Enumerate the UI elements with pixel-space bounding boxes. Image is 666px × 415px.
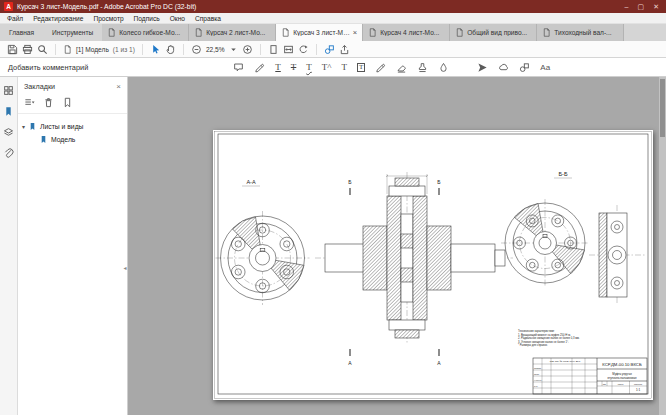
zoom-dropdown-icon[interactable]: [229, 45, 238, 54]
title-bar: A Курсач 3 лист-Модель.pdf - Adobe Acrob…: [0, 0, 666, 13]
save-icon[interactable]: [7, 44, 18, 55]
coupling-section-view: [315, 172, 513, 344]
menu-item-edit[interactable]: Редактирование: [28, 15, 88, 22]
underline-text-icon[interactable]: T: [275, 63, 281, 72]
minimize-button[interactable]: –: [625, 3, 629, 11]
svg-text:2. Радиальное смещение валов н: 2. Радиальное смещение валов не более 0,…: [518, 336, 580, 340]
page-thumbnail-icon[interactable]: [63, 45, 72, 54]
squiggly-text-icon[interactable]: T: [306, 63, 312, 72]
comment-bar-title: Добавить комментарий: [8, 63, 88, 72]
tree-expand-icon[interactable]: ▾: [22, 123, 25, 130]
cut-a-label: А: [348, 360, 352, 366]
shapes-icon[interactable]: [519, 62, 530, 73]
insert-text-icon[interactable]: T^: [322, 63, 332, 72]
rotate-view-icon[interactable]: [298, 44, 309, 55]
highlight-icon[interactable]: [254, 62, 265, 73]
bookmark-child-item[interactable]: Модель: [22, 133, 123, 146]
pdf-page[interactable]: А-А: [213, 130, 653, 400]
tab-bar: Главная Инструменты Колесо гибкое-Мо... …: [0, 24, 666, 41]
page-icon: [455, 28, 464, 37]
part-name-line2: втулочно-пальчиковая: [607, 376, 637, 380]
part-name-line1: Муфта упругая: [612, 372, 632, 376]
menu-item-help[interactable]: Справка: [190, 15, 226, 22]
text-style-button[interactable]: Aa: [540, 63, 550, 72]
left-flange-view: [216, 211, 310, 305]
select-tool-icon[interactable]: [150, 44, 161, 55]
title-block: Изм. Лист № докум. Подп. Дата Разраб. Пр…: [533, 358, 647, 394]
search-icon[interactable]: [37, 44, 48, 55]
new-bookmark-icon[interactable]: [62, 97, 73, 108]
document-area[interactable]: А-А: [128, 77, 666, 415]
page-icon: [194, 28, 203, 37]
bookmark-child-label: Модель: [51, 136, 75, 143]
technical-notes: Технические характеристики: 1. Вращающий…: [518, 329, 580, 347]
doc-tab-3-active[interactable]: Курсач 3 лист-Мо... ×: [276, 24, 363, 41]
main-area: Закладки × ▾ Листы и виды Модель ◄: [0, 77, 666, 415]
scrollbar-thumb[interactable]: [660, 79, 665, 137]
doc-tab-label: Курсач 2 лист-Мо...: [206, 29, 270, 36]
zoom-in-icon[interactable]: [242, 44, 253, 55]
delete-bookmark-icon[interactable]: [43, 97, 54, 108]
doc-tab-6[interactable]: Тихоходный вал-...: [537, 24, 624, 41]
svg-text:Утв.: Утв.: [534, 385, 538, 387]
navigation-pane-strip: [0, 77, 18, 415]
doc-tab-4[interactable]: Курсач 4 лист-Мо...: [363, 24, 450, 41]
text-box-icon[interactable]: T: [357, 63, 365, 72]
window-controls: – ▢ ✕: [625, 3, 662, 11]
share-icon[interactable]: [339, 44, 350, 55]
menu-item-sign[interactable]: Подпись: [129, 15, 165, 22]
cut-b-label: Б: [437, 179, 441, 185]
draw-icon[interactable]: [375, 62, 386, 73]
single-page-view-icon[interactable]: [268, 44, 279, 55]
section-a-label: А-А: [246, 179, 256, 185]
zoom-out-icon[interactable]: [191, 44, 202, 55]
doc-tab-label: Тихоходный вал-...: [554, 29, 618, 36]
vertical-scrollbar[interactable]: [659, 77, 666, 415]
menu-item-view[interactable]: Просмотр: [88, 15, 128, 22]
eraser-icon[interactable]: [396, 62, 407, 73]
doc-tab-2[interactable]: Курсач 2 лист-Мо...: [189, 24, 276, 41]
svg-text:1. Вращающий момент на муфте 2: 1. Вращающий момент на муфте 250 Н·м.: [518, 333, 571, 337]
close-button[interactable]: ✕: [653, 3, 659, 11]
svg-text:Пров.: Пров.: [534, 373, 540, 375]
add-text-icon[interactable]: T: [342, 63, 348, 72]
doc-tab-1[interactable]: Колесо гибкое-Мо...: [102, 24, 189, 41]
menu-item-file[interactable]: Файл: [2, 15, 28, 22]
tab-home[interactable]: Главная: [0, 24, 43, 41]
strikethrough-text-icon[interactable]: T: [291, 63, 297, 72]
more-tools-icon[interactable]: [324, 44, 335, 55]
svg-text:Изм. Лист № докум. Подп. Да: Изм. Лист № докум. Подп. Дата: [550, 360, 581, 362]
bookmarks-panel-icon[interactable]: [3, 106, 14, 117]
zoom-level[interactable]: 22,5%: [206, 46, 225, 53]
attachments-panel-icon[interactable]: [3, 148, 14, 159]
hand-tool-icon[interactable]: [165, 44, 176, 55]
doc-tab-label: Общий вид приво...: [467, 29, 531, 36]
tab-close-icon[interactable]: ×: [353, 28, 357, 37]
bookmark-options-icon[interactable]: [24, 97, 35, 108]
menu-item-window[interactable]: Окно: [165, 15, 190, 22]
panel-close-icon[interactable]: ×: [116, 82, 121, 91]
maximize-button[interactable]: ▢: [638, 3, 645, 11]
send-icon[interactable]: [477, 62, 488, 73]
bookmark-root-item[interactable]: ▾ Листы и виды: [22, 120, 123, 133]
right-flange-view: [501, 199, 589, 287]
stamp-icon[interactable]: [417, 62, 428, 73]
doc-tab-label: Курсач 4 лист-Мо...: [380, 29, 444, 36]
layers-panel-icon[interactable]: [3, 127, 14, 138]
comment-bubble-icon[interactable]: [233, 62, 244, 73]
section-b-label: Б-Б: [558, 171, 567, 177]
svg-text:Технические характеристики:: Технические характеристики:: [518, 329, 555, 333]
page-indicator[interactable]: [1] Модель: [76, 46, 109, 53]
doc-tab-5[interactable]: Общий вид приво...: [450, 24, 537, 41]
print-icon[interactable]: [22, 44, 33, 55]
tab-tools[interactable]: Инструменты: [43, 24, 102, 41]
fit-width-icon[interactable]: [283, 44, 294, 55]
page-thumbnails-panel-icon[interactable]: [3, 85, 14, 96]
drawing-canvas: А-А: [213, 130, 653, 400]
main-toolbar: [1] Модель (1 из 1) 22,5%: [0, 41, 666, 58]
cloud-icon[interactable]: [498, 62, 509, 73]
bookmark-icon: [39, 135, 48, 144]
ink-drop-icon[interactable]: [438, 62, 449, 73]
cut-a-label: А: [437, 360, 441, 366]
doc-tab-label: Курсач 3 лист-Мо...: [293, 29, 350, 36]
